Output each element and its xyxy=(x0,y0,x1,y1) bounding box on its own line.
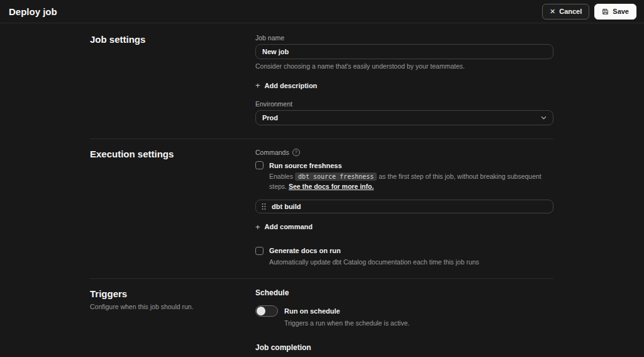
add-description-label: Add description xyxy=(265,82,318,89)
job-name-help: Consider choosing a name that's easily u… xyxy=(255,62,553,70)
cancel-button[interactable]: ✕ Cancel xyxy=(542,4,589,20)
generate-docs-help: Automatically update dbt Catalog documen… xyxy=(269,258,553,267)
run-on-schedule-help: Triggers a run when the schedule is acti… xyxy=(284,319,553,327)
chevron-down-icon xyxy=(541,116,547,120)
plus-icon: + xyxy=(255,222,260,232)
environment-label: Environment xyxy=(255,100,553,108)
job-settings-fields: Job name Consider choosing a name that's… xyxy=(255,34,553,125)
run-source-freshness-row: Run source freshness xyxy=(255,161,553,169)
plus-icon: + xyxy=(255,81,260,90)
run-on-schedule-row: Run on schedule xyxy=(255,305,553,317)
save-button[interactable]: Save xyxy=(594,4,636,20)
job-name-input[interactable] xyxy=(255,44,553,59)
add-command-label: Add command xyxy=(265,223,313,230)
cancel-button-label: Cancel xyxy=(559,8,582,15)
freshness-help-code: dbt source freshness xyxy=(295,173,377,181)
run-on-schedule-toggle[interactable] xyxy=(255,305,278,317)
run-source-freshness-label: Run source freshness xyxy=(269,162,342,169)
header-bar: Deploy job ✕ Cancel Save xyxy=(0,0,644,23)
generate-docs-row: Generate docs on run xyxy=(255,247,553,255)
generate-docs-label: Generate docs on run xyxy=(269,247,341,254)
job-completion-heading: Job completion xyxy=(255,343,553,352)
job-settings-heading: Job settings xyxy=(90,34,255,45)
execution-settings-section: Execution settings Commands ? Run source… xyxy=(90,139,553,278)
see-the-docs-link[interactable]: See the docs for more info. xyxy=(289,183,374,190)
freshness-help-prefix: Enables xyxy=(269,173,293,180)
page-title: Deploy job xyxy=(9,6,57,17)
triggers-subheading: Configure when this job should run. xyxy=(90,303,255,310)
environment-select[interactable]: Prod xyxy=(255,110,553,125)
help-circle-icon[interactable]: ? xyxy=(292,149,300,156)
save-icon xyxy=(602,8,609,15)
triggers-heading-col: Triggers Configure when this job should … xyxy=(90,288,255,357)
run-source-freshness-checkbox[interactable] xyxy=(255,161,264,169)
environment-selected-value: Prod xyxy=(262,114,278,122)
job-name-label: Job name xyxy=(255,34,553,42)
triggers-fields: Schedule Run on schedule Triggers a run … xyxy=(255,288,553,357)
run-on-schedule-label: Run on schedule xyxy=(284,307,340,315)
triggers-section: Triggers Configure when this job should … xyxy=(90,278,553,357)
header-actions: ✕ Cancel Save xyxy=(542,4,636,20)
job-settings-section: Job settings Job name Consider choosing … xyxy=(90,23,553,139)
execution-settings-fields: Commands ? Run source freshness Enables … xyxy=(255,149,553,267)
add-command-button[interactable]: + Add command xyxy=(255,222,313,232)
triggers-heading: Triggers xyxy=(90,288,255,299)
execution-settings-heading-col: Execution settings xyxy=(90,149,255,267)
job-settings-heading-col: Job settings xyxy=(90,34,255,125)
drag-handle-icon[interactable] xyxy=(262,203,266,210)
close-icon: ✕ xyxy=(550,8,555,15)
generate-docs-checkbox[interactable] xyxy=(255,247,264,255)
schedule-heading: Schedule xyxy=(255,288,553,297)
run-source-freshness-help: Enables dbt source freshness as the firs… xyxy=(269,172,553,191)
command-row[interactable]: dbt build xyxy=(255,200,553,213)
add-description-button[interactable]: + Add description xyxy=(255,81,317,90)
toggle-knob xyxy=(257,307,265,315)
execution-settings-heading: Execution settings xyxy=(90,149,255,159)
commands-label: Commands xyxy=(255,149,289,156)
command-value: dbt build xyxy=(272,203,301,210)
commands-label-row: Commands ? xyxy=(255,149,553,156)
save-button-label: Save xyxy=(613,8,629,15)
main-content: Job settings Job name Consider choosing … xyxy=(90,23,553,357)
